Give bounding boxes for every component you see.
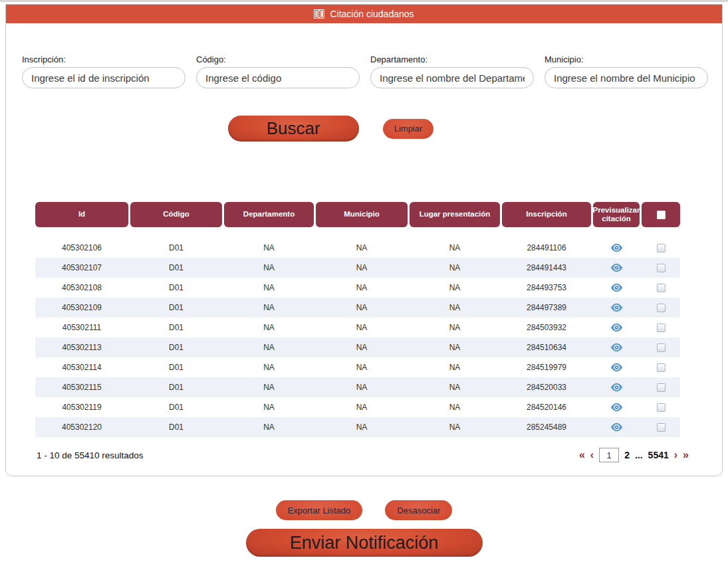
- cell-departamento: NA: [224, 423, 314, 432]
- cell-lugar: NA: [410, 283, 500, 292]
- enviar-notificacion-button[interactable]: Enviar Notificación: [246, 529, 483, 557]
- pagination-controls: « ‹ 1 2 ... 5541 › »: [579, 448, 689, 462]
- row-checkbox[interactable]: [657, 423, 666, 432]
- cell-departamento: NA: [224, 363, 314, 372]
- row-checkbox[interactable]: [657, 383, 666, 392]
- citacion-panel: Citación ciudadanos Inscripción: Código:…: [5, 4, 723, 476]
- cell-departamento: NA: [224, 403, 314, 412]
- cell-inscripcion: 284491443: [502, 263, 591, 272]
- col-header-inscripcion[interactable]: Inscripción: [502, 202, 591, 227]
- preview-eye-button[interactable]: [610, 343, 623, 352]
- preview-eye-button[interactable]: [610, 323, 623, 332]
- page-2-link[interactable]: 2: [624, 450, 630, 460]
- field-inscripcion: Inscripción:: [22, 54, 185, 88]
- preview-eye-button[interactable]: [610, 423, 623, 432]
- table-row: 405302111 D01 NA NA NA 284503932: [35, 318, 680, 337]
- cell-inscripcion: 284520146: [502, 403, 591, 412]
- row-checkbox[interactable]: [657, 264, 666, 272]
- cell-inscripcion: 285245489: [502, 423, 591, 432]
- row-checkbox[interactable]: [657, 304, 666, 312]
- preview-eye-button[interactable]: [610, 243, 623, 252]
- cell-municipio: NA: [316, 423, 408, 432]
- col-header-departamento[interactable]: Departamento: [224, 202, 314, 227]
- departamento-label: Departamento:: [370, 54, 534, 64]
- cell-departamento: NA: [224, 303, 314, 312]
- municipio-input[interactable]: [545, 67, 708, 88]
- buscar-button[interactable]: Buscar: [228, 116, 359, 142]
- cell-id: 405302114: [35, 363, 128, 372]
- cell-municipio: NA: [316, 243, 408, 252]
- cell-id: 405302107: [35, 263, 128, 272]
- cell-lugar: NA: [410, 303, 500, 312]
- cell-id: 405302119: [35, 403, 128, 412]
- municipio-label: Municipio:: [545, 54, 708, 64]
- next-page-icon[interactable]: ›: [674, 450, 677, 460]
- pagination-bar: 1 - 10 de 55410 resultados « ‹ 1 2 ... 5…: [6, 448, 722, 462]
- cell-departamento: NA: [224, 383, 314, 392]
- col-header-id[interactable]: Id: [35, 202, 128, 227]
- cell-codigo: D01: [130, 423, 222, 432]
- table-row: 405302109 D01 NA NA NA 284497389: [35, 298, 680, 318]
- cell-inscripcion: 284520033: [502, 383, 591, 392]
- select-all-checkbox[interactable]: [657, 211, 666, 219]
- cell-codigo: D01: [130, 383, 222, 392]
- row-checkbox[interactable]: [657, 403, 666, 412]
- current-page-box[interactable]: 1: [599, 448, 619, 462]
- col-header-municipio[interactable]: Municipio: [316, 202, 408, 227]
- cell-municipio: NA: [316, 403, 408, 412]
- table-row: 405302119 D01 NA NA NA 284520146: [35, 397, 680, 417]
- preview-eye-button[interactable]: [610, 303, 623, 312]
- table-row: 405302114 D01 NA NA NA 284519979: [35, 357, 680, 377]
- cell-lugar: NA: [410, 403, 500, 412]
- cell-lugar: NA: [410, 363, 500, 372]
- col-header-previsualizar[interactable]: Previsualizar citación: [593, 202, 640, 227]
- cell-codigo: D01: [130, 243, 222, 252]
- limpiar-button[interactable]: Limpiar: [383, 119, 434, 139]
- cell-codigo: D01: [130, 363, 222, 372]
- row-checkbox[interactable]: [657, 244, 666, 252]
- codigo-label: Código:: [196, 54, 360, 64]
- preview-eye-button[interactable]: [610, 263, 623, 272]
- cell-municipio: NA: [316, 283, 408, 292]
- desasociar-button[interactable]: Desasociar: [385, 500, 452, 520]
- primary-action: Enviar Notificación: [0, 529, 728, 557]
- field-departamento: Departamento:: [370, 54, 534, 88]
- row-checkbox[interactable]: [657, 343, 666, 352]
- prev-page-icon[interactable]: ‹: [590, 450, 594, 460]
- first-page-icon[interactable]: «: [579, 450, 585, 460]
- preview-eye-button[interactable]: [610, 403, 623, 412]
- cell-id: 405302120: [35, 423, 128, 432]
- row-checkbox[interactable]: [657, 284, 666, 292]
- cell-lugar: NA: [410, 383, 500, 392]
- row-checkbox[interactable]: [657, 324, 666, 332]
- preview-eye-button[interactable]: [610, 383, 623, 392]
- cell-inscripcion: 284519979: [502, 363, 591, 372]
- cell-lugar: NA: [410, 423, 500, 432]
- col-header-lugar[interactable]: Lugar presentación: [410, 202, 500, 227]
- row-checkbox[interactable]: [657, 363, 666, 372]
- cell-id: 405302111: [35, 323, 128, 332]
- last-page-icon[interactable]: »: [683, 450, 689, 460]
- cell-inscripcion: 284491106: [502, 243, 591, 252]
- cell-lugar: NA: [410, 343, 500, 352]
- search-actions: Buscar Limpiar: [0, 116, 689, 142]
- cell-municipio: NA: [316, 263, 408, 272]
- cell-lugar: NA: [410, 243, 500, 252]
- results-table: Id Código Departamento Municipio Lugar p…: [35, 202, 680, 437]
- table-row: 405302113 D01 NA NA NA 284510634: [35, 337, 680, 357]
- codigo-input[interactable]: [196, 67, 360, 88]
- cell-id: 405302115: [35, 383, 128, 392]
- table-row: 405302107 D01 NA NA NA 284491443: [35, 258, 680, 278]
- inscripcion-input[interactable]: [22, 67, 185, 88]
- inscripcion-label: Inscripción:: [22, 54, 185, 64]
- preview-eye-button[interactable]: [610, 363, 623, 372]
- col-header-codigo[interactable]: Código: [130, 202, 222, 227]
- cell-id: 405302113: [35, 343, 128, 352]
- exportar-listado-button[interactable]: Exportar Listado: [276, 500, 363, 520]
- last-page-link[interactable]: 5541: [648, 450, 669, 460]
- cell-departamento: NA: [224, 243, 314, 252]
- cell-codigo: D01: [130, 263, 222, 272]
- preview-eye-button[interactable]: [610, 283, 623, 292]
- departamento-input[interactable]: [370, 67, 534, 88]
- cell-inscripcion: 284497389: [502, 303, 591, 312]
